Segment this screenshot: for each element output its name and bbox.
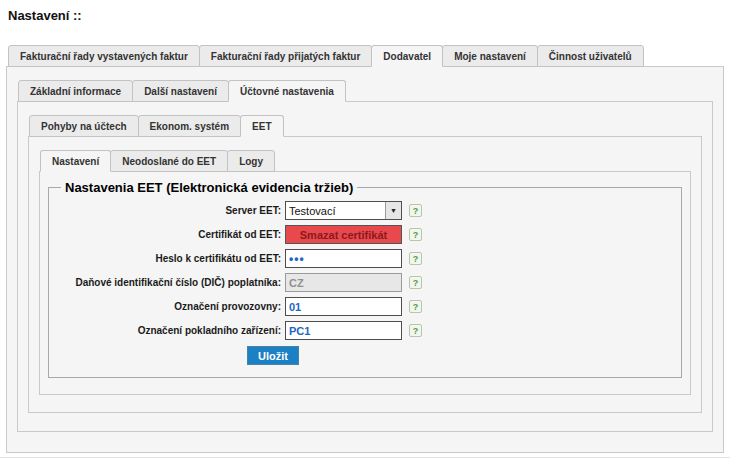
dic-input: [285, 273, 402, 292]
tab-eet-logs[interactable]: Logy: [227, 150, 275, 172]
server-eet-label: Server EET:: [57, 205, 285, 216]
certificate-password-input[interactable]: [285, 249, 402, 268]
help-icon[interactable]: ?: [409, 252, 422, 265]
tabs-level4: Nastavení Neodoslané do EET Logy: [40, 150, 701, 172]
certificate-row: Certifikát od EET: Smazat certifikát ?: [57, 225, 681, 244]
server-eet-row: Server EET: Testovací ▼ ?: [57, 201, 681, 220]
tab-eet[interactable]: EET: [240, 115, 283, 137]
tab-eet-unsent[interactable]: Neodoslané do EET: [110, 150, 228, 172]
eet-panel: Nastavení Neodoslané do EET Logy Nastave…: [28, 136, 702, 413]
dic-row: Daňové identifikační číslo (DIČ) poplatn…: [57, 273, 681, 292]
tab-account-movements[interactable]: Pohyby na účtech: [29, 115, 139, 137]
footer-divider: [0, 457, 730, 461]
tab-my-settings[interactable]: Moje nastavení: [442, 45, 538, 67]
save-button[interactable]: Uložit: [247, 346, 299, 365]
help-icon[interactable]: ?: [409, 324, 422, 337]
tab-economic-system[interactable]: Ekonom. systém: [138, 115, 241, 137]
supplier-panel: Základní informace Další nastavení Účtov…: [6, 66, 724, 453]
tab-other-settings[interactable]: Další nastavení: [132, 80, 229, 102]
cash-register-input[interactable]: [285, 321, 402, 340]
dic-label: Daňové identifikační číslo (DIČ) poplatn…: [57, 277, 285, 288]
tab-user-activity[interactable]: Činnost uživatelů: [537, 45, 644, 67]
premises-label: Označení provozovny:: [57, 301, 285, 312]
certificate-password-row: Heslo k certifikátu od EET: ?: [57, 249, 681, 268]
tabs-level2: Základní informace Další nastavení Účtov…: [18, 80, 723, 102]
tab-supplier[interactable]: Dodavatel: [371, 45, 443, 67]
certificate-label: Certifikát od EET:: [57, 229, 285, 240]
tab-eet-settings[interactable]: Nastavení: [40, 150, 111, 172]
help-icon[interactable]: ?: [409, 204, 422, 217]
delete-certificate-button[interactable]: Smazat certifikát: [285, 225, 402, 244]
premises-row: Označení provozovny: ?: [57, 297, 681, 316]
tab-accounting-settings[interactable]: Účtovné nastavenia: [228, 80, 346, 102]
help-icon[interactable]: ?: [409, 228, 422, 241]
server-eet-select-value: Testovací: [286, 205, 385, 217]
fieldset-legend: Nastavenia EET (Elektronická evidencia t…: [61, 180, 357, 195]
cash-register-row: Označení pokladního zařízení: ?: [57, 321, 681, 340]
certificate-password-label: Heslo k certifikátu od EET:: [57, 253, 285, 264]
tab-basic-info[interactable]: Základní informace: [18, 80, 133, 102]
eet-settings-panel: Nastavenia EET (Elektronická evidencia t…: [39, 171, 691, 395]
tabs-level1: Fakturační řady vystavených faktur Faktu…: [8, 45, 730, 67]
premises-code-input[interactable]: [285, 297, 402, 316]
help-icon[interactable]: ?: [409, 276, 422, 289]
tab-invoice-series-issued[interactable]: Fakturační řady vystavených faktur: [8, 45, 200, 67]
eet-settings-fieldset: Nastavenia EET (Elektronická evidencia t…: [48, 180, 682, 378]
accounting-settings-panel: Pohyby na účtech Ekonom. systém EET Nast…: [17, 101, 713, 432]
chevron-down-icon[interactable]: ▼: [385, 202, 401, 219]
help-icon[interactable]: ?: [409, 300, 422, 313]
server-eet-select[interactable]: Testovací ▼: [285, 201, 402, 220]
tabs-level3: Pohyby na účtech Ekonom. systém EET: [29, 115, 712, 137]
tab-invoice-series-received[interactable]: Fakturační řady přijatých faktur: [199, 45, 373, 67]
cash-register-label: Označení pokladního zařízení:: [57, 325, 285, 336]
page-title: Nastavení ::: [8, 8, 730, 23]
